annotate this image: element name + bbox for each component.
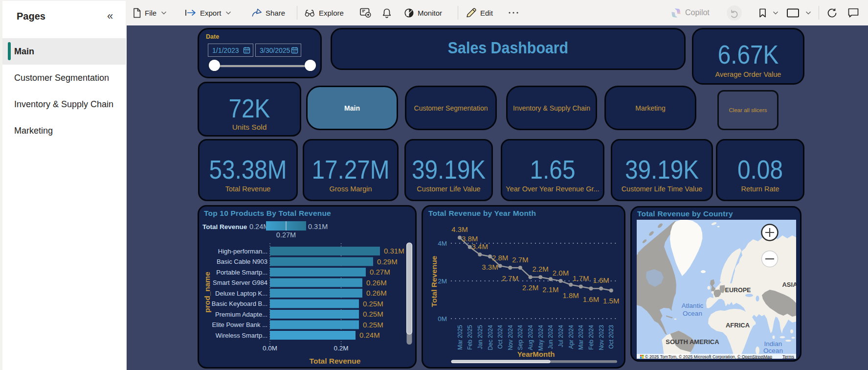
svg-text:SOUTH AMERICA: SOUTH AMERICA <box>666 338 719 346</box>
svg-text:prod_name: prod_name <box>203 272 211 313</box>
svg-text:Wireless Smartp...: Wireless Smartp... <box>216 332 267 339</box>
svg-text:0.26M: 0.26M <box>366 289 387 297</box>
svg-text:Nov 2023: Nov 2023 <box>598 325 605 350</box>
svg-text:2.2M: 2.2M <box>533 265 549 273</box>
svg-text:Feb 2024: Feb 2024 <box>588 325 595 350</box>
svg-text:Total Revenue by Year Month: Total Revenue by Year Month <box>428 209 536 217</box>
svg-text:Elite Power Bank ...: Elite Power Bank ... <box>212 321 267 328</box>
svg-text:2.0M: 2.0M <box>553 269 569 277</box>
svg-text:2.1M: 2.1M <box>542 285 558 294</box>
svg-text:1.8M: 1.8M <box>563 291 579 300</box>
svg-text:Aug 2024: Aug 2024 <box>527 325 534 350</box>
svg-text:Basic Keyboard B...: Basic Keyboard B... <box>212 300 267 307</box>
svg-text:Portable Smartp...: Portable Smartp... <box>216 269 267 276</box>
svg-text:2.8M: 2.8M <box>492 254 508 262</box>
svg-text:Apr 2024: Apr 2024 <box>568 325 575 349</box>
svg-text:Mar 2025: Mar 2025 <box>457 325 464 350</box>
svg-text:1.6M: 1.6M <box>583 295 599 303</box>
svg-text:Total Revenue: Total Revenue <box>430 255 438 307</box>
svg-text:0.25M: 0.25M <box>363 300 383 308</box>
svg-text:4.3M: 4.3M <box>451 225 467 233</box>
svg-text:0.29M: 0.29M <box>377 257 398 266</box>
svg-text:0.31M: 0.31M <box>384 247 404 255</box>
svg-text:0.0M: 0.0M <box>263 345 277 352</box>
svg-text:Jul 2024: Jul 2024 <box>557 325 564 347</box>
svg-text:Jun 2024: Jun 2024 <box>547 325 554 349</box>
svg-text:1.5M: 1.5M <box>603 297 619 305</box>
svg-text:Oct 2023: Oct 2023 <box>608 325 615 349</box>
svg-text:0.25M: 0.25M <box>363 321 383 329</box>
svg-text:Atlantic: Atlantic <box>682 302 704 309</box>
svg-text:Deluxe Laptop K...: Deluxe Laptop K... <box>215 290 267 297</box>
svg-text:Terms: Terms <box>782 354 795 359</box>
svg-text:0.24M: 0.24M <box>359 331 380 339</box>
svg-text:0.27M: 0.27M <box>370 268 390 276</box>
svg-text:May 2024: May 2024 <box>537 325 544 351</box>
svg-text:0.31M: 0.31M <box>308 223 328 231</box>
svg-text:Ocean: Ocean <box>763 347 783 354</box>
svg-text:1.7M: 1.7M <box>573 274 589 282</box>
svg-text:Total Revenue: Total Revenue <box>310 357 361 365</box>
svg-text:EUROPE: EUROPE <box>725 287 751 294</box>
svg-text:Total Revenue: Total Revenue <box>202 223 247 231</box>
svg-text:0.25M: 0.25M <box>363 310 383 318</box>
svg-text:2.7M: 2.7M <box>502 274 518 282</box>
svg-text:2M: 2M <box>438 278 447 285</box>
svg-text:0.27M: 0.27M <box>276 231 296 239</box>
svg-text:2.7M: 2.7M <box>512 255 528 264</box>
svg-text:Nov 2024: Nov 2024 <box>507 325 514 350</box>
svg-text:Ocean: Ocean <box>683 310 702 317</box>
svg-text:Smart Server G984: Smart Server G984 <box>213 279 267 286</box>
svg-text:AFRICA: AFRICA <box>726 322 750 329</box>
svg-text:© 2025 TomTom, © 2025 Microsof: © 2025 TomTom, © 2025 Microsoft Corporat… <box>645 354 772 359</box>
svg-text:High-performan...: High-performan... <box>218 248 267 255</box>
svg-text:1.6M: 1.6M <box>593 276 609 284</box>
svg-text:YearMonth: YearMonth <box>517 350 555 358</box>
svg-text:Mar 2024: Mar 2024 <box>578 325 584 350</box>
svg-text:Oct 2024: Oct 2024 <box>497 325 504 349</box>
svg-text:3.4M: 3.4M <box>472 242 488 251</box>
svg-text:0M: 0M <box>438 315 447 323</box>
svg-text:Dec 2024: Dec 2024 <box>487 325 494 350</box>
svg-text:Basic Cable N903: Basic Cable N903 <box>217 258 267 265</box>
svg-text:2.2M: 2.2M <box>522 283 538 292</box>
svg-text:4M: 4M <box>438 240 447 247</box>
svg-text:Premium Adapte...: Premium Adapte... <box>215 311 267 318</box>
svg-text:3.3M: 3.3M <box>482 263 498 271</box>
svg-text:Jan 2025: Jan 2025 <box>477 325 484 349</box>
svg-text:0.26M: 0.26M <box>366 278 387 287</box>
svg-text:Top 10 Products By Total Reven: Top 10 Products By Total Revenue <box>204 209 331 217</box>
svg-text:Feb 2025: Feb 2025 <box>467 325 473 350</box>
svg-text:Indian: Indian <box>764 340 782 347</box>
svg-text:0.2M: 0.2M <box>334 345 348 352</box>
svg-text:ASIA: ASIA <box>782 281 796 288</box>
svg-text:Sep 2024: Sep 2024 <box>517 325 524 350</box>
